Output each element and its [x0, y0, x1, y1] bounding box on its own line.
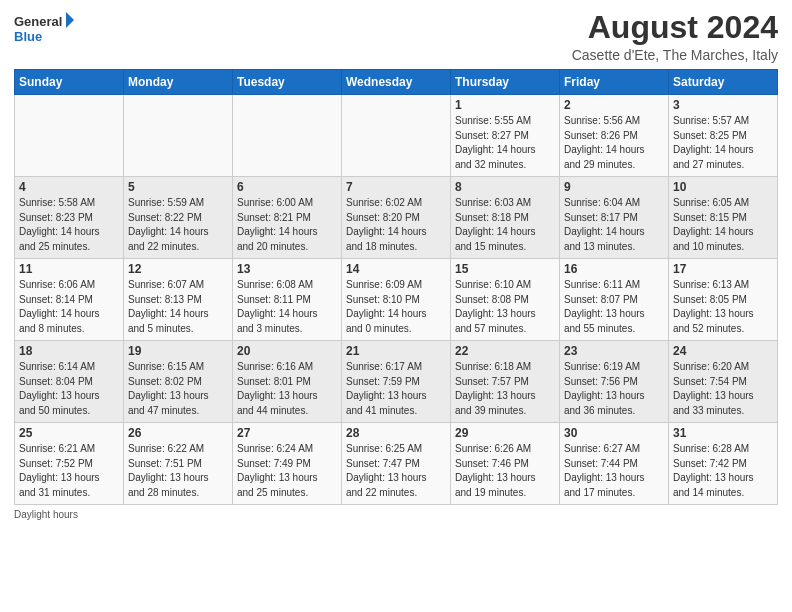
day-number: 16 [564, 262, 664, 276]
calendar-cell: 12Sunrise: 6:07 AM Sunset: 8:13 PM Dayli… [124, 259, 233, 341]
day-number: 11 [19, 262, 119, 276]
calendar-table: SundayMondayTuesdayWednesdayThursdayFrid… [14, 69, 778, 505]
day-info: Sunrise: 6:10 AM Sunset: 8:08 PM Dayligh… [455, 278, 555, 336]
calendar-cell: 8Sunrise: 6:03 AM Sunset: 8:18 PM Daylig… [451, 177, 560, 259]
day-info: Sunrise: 6:03 AM Sunset: 8:18 PM Dayligh… [455, 196, 555, 254]
day-info: Sunrise: 6:06 AM Sunset: 8:14 PM Dayligh… [19, 278, 119, 336]
calendar-cell: 23Sunrise: 6:19 AM Sunset: 7:56 PM Dayli… [560, 341, 669, 423]
calendar-cell: 7Sunrise: 6:02 AM Sunset: 8:20 PM Daylig… [342, 177, 451, 259]
day-info: Sunrise: 6:22 AM Sunset: 7:51 PM Dayligh… [128, 442, 228, 500]
day-number: 29 [455, 426, 555, 440]
day-info: Sunrise: 6:25 AM Sunset: 7:47 PM Dayligh… [346, 442, 446, 500]
day-info: Sunrise: 6:07 AM Sunset: 8:13 PM Dayligh… [128, 278, 228, 336]
weekday-header-tuesday: Tuesday [233, 70, 342, 95]
header: General Blue August 2024 Casette d'Ete, … [14, 10, 778, 63]
calendar-cell: 30Sunrise: 6:27 AM Sunset: 7:44 PM Dayli… [560, 423, 669, 505]
calendar-cell: 9Sunrise: 6:04 AM Sunset: 8:17 PM Daylig… [560, 177, 669, 259]
weekday-header-monday: Monday [124, 70, 233, 95]
calendar-cell: 14Sunrise: 6:09 AM Sunset: 8:10 PM Dayli… [342, 259, 451, 341]
svg-text:General: General [14, 14, 62, 29]
day-number: 21 [346, 344, 446, 358]
calendar-cell: 28Sunrise: 6:25 AM Sunset: 7:47 PM Dayli… [342, 423, 451, 505]
day-info: Sunrise: 6:14 AM Sunset: 8:04 PM Dayligh… [19, 360, 119, 418]
day-number: 31 [673, 426, 773, 440]
calendar-cell [15, 95, 124, 177]
day-info: Sunrise: 6:00 AM Sunset: 8:21 PM Dayligh… [237, 196, 337, 254]
weekday-header-wednesday: Wednesday [342, 70, 451, 95]
day-number: 15 [455, 262, 555, 276]
day-info: Sunrise: 6:05 AM Sunset: 8:15 PM Dayligh… [673, 196, 773, 254]
logo: General Blue [14, 10, 74, 48]
day-number: 4 [19, 180, 119, 194]
calendar-cell: 6Sunrise: 6:00 AM Sunset: 8:21 PM Daylig… [233, 177, 342, 259]
day-number: 9 [564, 180, 664, 194]
calendar-cell: 19Sunrise: 6:15 AM Sunset: 8:02 PM Dayli… [124, 341, 233, 423]
day-number: 20 [237, 344, 337, 358]
calendar-cell: 17Sunrise: 6:13 AM Sunset: 8:05 PM Dayli… [669, 259, 778, 341]
day-info: Sunrise: 6:11 AM Sunset: 8:07 PM Dayligh… [564, 278, 664, 336]
logo-svg: General Blue [14, 10, 74, 48]
calendar-week-row: 1Sunrise: 5:55 AM Sunset: 8:27 PM Daylig… [15, 95, 778, 177]
day-info: Sunrise: 6:04 AM Sunset: 8:17 PM Dayligh… [564, 196, 664, 254]
day-info: Sunrise: 6:16 AM Sunset: 8:01 PM Dayligh… [237, 360, 337, 418]
day-info: Sunrise: 6:24 AM Sunset: 7:49 PM Dayligh… [237, 442, 337, 500]
day-number: 12 [128, 262, 228, 276]
calendar-cell: 13Sunrise: 6:08 AM Sunset: 8:11 PM Dayli… [233, 259, 342, 341]
calendar-cell: 31Sunrise: 6:28 AM Sunset: 7:42 PM Dayli… [669, 423, 778, 505]
day-number: 19 [128, 344, 228, 358]
day-number: 10 [673, 180, 773, 194]
day-number: 6 [237, 180, 337, 194]
day-number: 2 [564, 98, 664, 112]
day-number: 23 [564, 344, 664, 358]
day-number: 13 [237, 262, 337, 276]
day-info: Sunrise: 6:27 AM Sunset: 7:44 PM Dayligh… [564, 442, 664, 500]
calendar-week-row: 25Sunrise: 6:21 AM Sunset: 7:52 PM Dayli… [15, 423, 778, 505]
calendar-cell: 11Sunrise: 6:06 AM Sunset: 8:14 PM Dayli… [15, 259, 124, 341]
day-number: 3 [673, 98, 773, 112]
day-number: 7 [346, 180, 446, 194]
day-info: Sunrise: 6:28 AM Sunset: 7:42 PM Dayligh… [673, 442, 773, 500]
calendar-cell: 15Sunrise: 6:10 AM Sunset: 8:08 PM Dayli… [451, 259, 560, 341]
weekday-header-saturday: Saturday [669, 70, 778, 95]
calendar-week-row: 4Sunrise: 5:58 AM Sunset: 8:23 PM Daylig… [15, 177, 778, 259]
day-info: Sunrise: 6:17 AM Sunset: 7:59 PM Dayligh… [346, 360, 446, 418]
calendar-week-row: 11Sunrise: 6:06 AM Sunset: 8:14 PM Dayli… [15, 259, 778, 341]
day-number: 24 [673, 344, 773, 358]
subtitle: Casette d'Ete, The Marches, Italy [572, 47, 778, 63]
day-info: Sunrise: 6:13 AM Sunset: 8:05 PM Dayligh… [673, 278, 773, 336]
calendar-cell: 27Sunrise: 6:24 AM Sunset: 7:49 PM Dayli… [233, 423, 342, 505]
calendar-cell: 2Sunrise: 5:56 AM Sunset: 8:26 PM Daylig… [560, 95, 669, 177]
calendar-cell: 5Sunrise: 5:59 AM Sunset: 8:22 PM Daylig… [124, 177, 233, 259]
day-info: Sunrise: 6:09 AM Sunset: 8:10 PM Dayligh… [346, 278, 446, 336]
day-number: 26 [128, 426, 228, 440]
day-info: Sunrise: 5:56 AM Sunset: 8:26 PM Dayligh… [564, 114, 664, 172]
calendar-cell: 20Sunrise: 6:16 AM Sunset: 8:01 PM Dayli… [233, 341, 342, 423]
day-info: Sunrise: 6:08 AM Sunset: 8:11 PM Dayligh… [237, 278, 337, 336]
calendar-cell: 3Sunrise: 5:57 AM Sunset: 8:25 PM Daylig… [669, 95, 778, 177]
day-number: 28 [346, 426, 446, 440]
calendar-cell [124, 95, 233, 177]
day-number: 8 [455, 180, 555, 194]
day-number: 17 [673, 262, 773, 276]
day-info: Sunrise: 6:15 AM Sunset: 8:02 PM Dayligh… [128, 360, 228, 418]
calendar-cell: 25Sunrise: 6:21 AM Sunset: 7:52 PM Dayli… [15, 423, 124, 505]
calendar-cell: 10Sunrise: 6:05 AM Sunset: 8:15 PM Dayli… [669, 177, 778, 259]
weekday-header-sunday: Sunday [15, 70, 124, 95]
page: General Blue August 2024 Casette d'Ete, … [0, 0, 792, 526]
svg-text:Blue: Blue [14, 29, 42, 44]
weekday-header-friday: Friday [560, 70, 669, 95]
day-info: Sunrise: 6:26 AM Sunset: 7:46 PM Dayligh… [455, 442, 555, 500]
day-info: Sunrise: 5:58 AM Sunset: 8:23 PM Dayligh… [19, 196, 119, 254]
calendar-cell: 24Sunrise: 6:20 AM Sunset: 7:54 PM Dayli… [669, 341, 778, 423]
calendar-cell [342, 95, 451, 177]
day-info: Sunrise: 5:59 AM Sunset: 8:22 PM Dayligh… [128, 196, 228, 254]
day-info: Sunrise: 5:55 AM Sunset: 8:27 PM Dayligh… [455, 114, 555, 172]
svg-marker-2 [66, 12, 74, 28]
day-info: Sunrise: 6:02 AM Sunset: 8:20 PM Dayligh… [346, 196, 446, 254]
day-number: 30 [564, 426, 664, 440]
day-number: 25 [19, 426, 119, 440]
calendar-cell: 18Sunrise: 6:14 AM Sunset: 8:04 PM Dayli… [15, 341, 124, 423]
day-number: 14 [346, 262, 446, 276]
calendar-cell: 22Sunrise: 6:18 AM Sunset: 7:57 PM Dayli… [451, 341, 560, 423]
day-number: 5 [128, 180, 228, 194]
